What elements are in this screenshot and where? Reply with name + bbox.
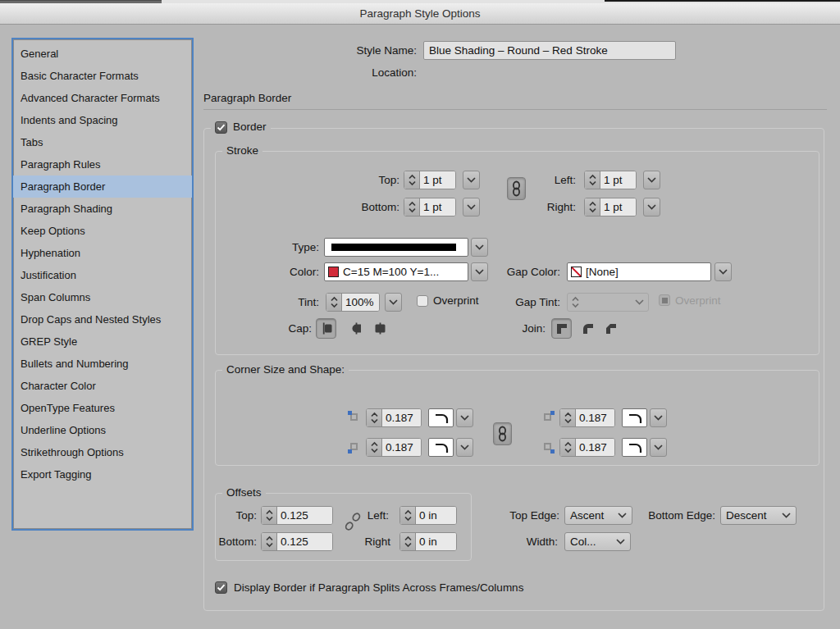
sidebar-item-paragraph-shading[interactable]: Paragraph Shading: [13, 198, 192, 220]
style-name-input[interactable]: Blue Shading – Round – Red Stroke: [423, 41, 676, 60]
stroke-right-value[interactable]: 1 pt: [600, 198, 636, 216]
sidebar-item-paragraph-border[interactable]: Paragraph Border: [13, 175, 192, 198]
stepper-arrows-icon[interactable]: [585, 198, 600, 216]
corner-bottom-right-shape[interactable]: [622, 438, 647, 457]
offset-bottom-stepper[interactable]: 0.125: [261, 532, 333, 551]
projecting-cap-button[interactable]: [369, 318, 390, 339]
corner-bottom-left-shape[interactable]: [428, 438, 454, 457]
stepper-arrows-icon[interactable]: [400, 507, 416, 524]
corner-top-left-value[interactable]: 0.187: [382, 409, 421, 426]
stroke-left-value[interactable]: 1 pt: [600, 171, 636, 189]
corner-bottom-left-stepper[interactable]: 0.187: [366, 438, 422, 457]
dialog-titlebar[interactable]: Paragraph Style Options: [0, 3, 840, 25]
corner-bottom-left-shape-dropdown[interactable]: [456, 438, 473, 457]
round-join-button[interactable]: [578, 318, 598, 339]
stroke-right-stepper[interactable]: 1 pt: [584, 198, 637, 217]
corner-top-right-value[interactable]: 0.187: [576, 409, 614, 426]
stepper-arrows-icon[interactable]: [262, 533, 277, 550]
stroke-left-dropdown[interactable]: [643, 171, 660, 189]
width-select[interactable]: Col...: [564, 532, 631, 551]
sidebar-item-opentype-features[interactable]: OpenType Features: [13, 397, 192, 419]
overprint-checkbox[interactable]: [417, 295, 428, 307]
stroke-type-dropdown[interactable]: [471, 238, 488, 257]
sidebar-item-grep-style[interactable]: GREP Style: [13, 330, 192, 353]
corner-bottom-right-stepper[interactable]: 0.187: [559, 438, 615, 457]
tint-value[interactable]: 100%: [342, 294, 379, 311]
bevel-join-button[interactable]: [600, 318, 621, 339]
stepper-arrows-icon[interactable]: [585, 171, 600, 189]
sidebar-item-justification[interactable]: Justification: [13, 264, 192, 286]
stepper-arrows-icon[interactable]: [404, 171, 420, 189]
stroke-left-stepper[interactable]: 1 pt: [584, 171, 637, 189]
butt-cap-button[interactable]: [316, 318, 336, 339]
sidebar-item-indents-and-spacing[interactable]: Indents and Spacing: [13, 109, 192, 131]
corner-top-left-shape[interactable]: [428, 408, 454, 427]
offset-left-value[interactable]: 0 in: [416, 507, 456, 524]
paragraph-style-options-dialog: Paragraph Style Options General Basic Ch…: [0, 0, 840, 629]
stroke-top-stepper[interactable]: 1 pt: [404, 171, 456, 189]
offset-left-stepper[interactable]: 0 in: [399, 506, 457, 525]
sidebar-item-drop-caps-and-nested-styles[interactable]: Drop Caps and Nested Styles: [13, 308, 192, 330]
sidebar-item-hyphenation[interactable]: Hyphenation: [13, 242, 192, 264]
tint-dropdown[interactable]: [385, 293, 402, 312]
corner-top-right-shape[interactable]: [622, 408, 647, 427]
offset-right-stepper[interactable]: 0 in: [399, 532, 457, 551]
sidebar-item-character-color[interactable]: Character Color: [13, 375, 192, 397]
corner-link-button[interactable]: [493, 422, 512, 445]
corner-bottom-right-value[interactable]: 0.187: [576, 439, 614, 456]
stroke-top-dropdown[interactable]: [463, 171, 480, 189]
corner-top-right-shape-dropdown[interactable]: [650, 408, 667, 427]
offset-bottom-value[interactable]: 0.125: [277, 533, 332, 550]
round-cap-button[interactable]: [345, 318, 366, 339]
stroke-bottom-stepper[interactable]: 1 pt: [404, 198, 456, 217]
round-cap-icon: [349, 321, 363, 335]
stepper-arrows-icon[interactable]: [560, 439, 576, 456]
sidebar-item-advanced-character-formats[interactable]: Advanced Character Formats: [13, 87, 192, 109]
sidebar-item-underline-options[interactable]: Underline Options: [13, 419, 192, 441]
red-color-swatch: [328, 267, 339, 277]
stroke-color-dropdown[interactable]: [471, 262, 488, 281]
split-border-checkbox[interactable]: [215, 581, 227, 594]
stepper-arrows-icon[interactable]: [367, 439, 382, 456]
sidebar-item-keep-options[interactable]: Keep Options: [13, 220, 192, 242]
sidebar-item-span-columns[interactable]: Span Columns: [13, 286, 192, 308]
corner-top-right-stepper[interactable]: 0.187: [559, 408, 615, 427]
sidebar-item-strikethrough-options[interactable]: Strikethrough Options: [13, 441, 192, 463]
sidebar-item-paragraph-rules[interactable]: Paragraph Rules: [13, 153, 192, 175]
tint-stepper[interactable]: 100%: [326, 293, 380, 312]
miter-join-button[interactable]: [551, 318, 572, 339]
border-checkbox[interactable]: [215, 121, 227, 134]
offset-right-value[interactable]: 0 in: [416, 533, 456, 550]
corner-top-left-stepper[interactable]: 0.187: [366, 408, 422, 427]
bottom-edge-select[interactable]: Descent: [720, 506, 797, 525]
stroke-color-combo[interactable]: C=15 M=100 Y=1...: [324, 262, 468, 281]
stroke-bottom-value[interactable]: 1 pt: [420, 198, 455, 216]
stroke-type-combo[interactable]: [324, 238, 468, 257]
stepper-arrows-icon[interactable]: [560, 409, 576, 426]
stroke-top-value[interactable]: 1 pt: [420, 171, 455, 189]
sidebar-item-general[interactable]: General: [13, 43, 192, 65]
gap-color-combo[interactable]: [None]: [567, 262, 711, 281]
sidebar-item-tabs[interactable]: Tabs: [13, 131, 192, 153]
gap-color-dropdown[interactable]: [714, 262, 732, 281]
corner-top-left-shape-dropdown[interactable]: [456, 408, 473, 427]
section-title: Paragraph Border: [203, 89, 368, 107]
stepper-arrows-icon[interactable]: [262, 507, 277, 524]
stroke-link-button[interactable]: [507, 177, 526, 200]
stepper-arrows-icon[interactable]: [400, 533, 416, 550]
stroke-bottom-dropdown[interactable]: [463, 198, 480, 217]
sidebar-item-bullets-and-numbering[interactable]: Bullets and Numbering: [13, 353, 192, 375]
corner-bottom-right-shape-dropdown[interactable]: [650, 438, 667, 457]
stroke-right-dropdown[interactable]: [643, 198, 660, 217]
stepper-arrows-icon[interactable]: [404, 198, 420, 216]
chevron-down-icon: [467, 204, 476, 210]
corner-bottom-left-value[interactable]: 0.187: [382, 439, 421, 456]
stepper-arrows-icon[interactable]: [367, 409, 382, 426]
offset-bottom-label: Bottom:: [211, 532, 257, 551]
offset-top-value[interactable]: 0.125: [277, 507, 332, 524]
sidebar-item-basic-character-formats[interactable]: Basic Character Formats: [13, 65, 192, 87]
sidebar-item-export-tagging[interactable]: Export Tagging: [13, 463, 192, 485]
top-edge-select[interactable]: Ascent: [564, 506, 632, 525]
offset-top-stepper[interactable]: 0.125: [261, 506, 333, 525]
stepper-arrows-icon[interactable]: [326, 294, 342, 311]
